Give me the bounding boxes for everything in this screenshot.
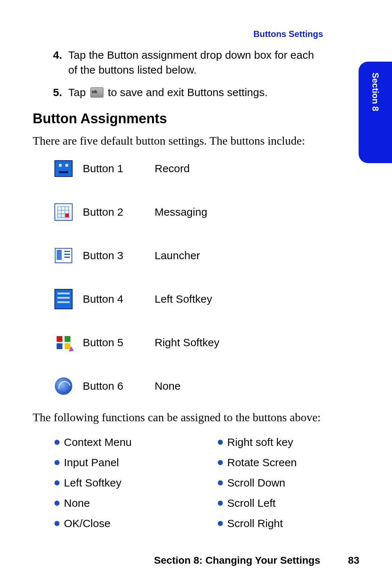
list-item: Rotate Screen (218, 456, 359, 469)
button-value: Record (155, 162, 190, 175)
list-item-label: Scroll Down (227, 477, 285, 489)
document-page: Buttons Settings Section 8 4. Tap the Bu… (0, 0, 392, 588)
section-side-tab: Section 8 (359, 62, 392, 163)
list-item-label: Left Softkey (64, 477, 121, 489)
step-text: Tap the Button assignment drop down box … (68, 48, 323, 77)
step-number: 4. (53, 48, 64, 77)
step-text: Tap to save and exit Buttons settings. (68, 85, 268, 100)
list-item: OK/Close (54, 517, 196, 530)
button-value: None (155, 380, 181, 392)
page-number: 83 (338, 555, 359, 566)
list-item: Scroll Right (218, 517, 359, 530)
calendar-icon (54, 203, 73, 221)
page-header-topic: Buttons Settings (33, 29, 359, 39)
button-value: Right Softkey (155, 336, 219, 349)
table-row: Button 4 Left Softkey (54, 290, 359, 308)
list-item-label: Context Menu (64, 436, 132, 448)
table-row: Button 6 None (54, 377, 359, 395)
list-item-label: Scroll Right (227, 517, 283, 530)
tiles-icon (54, 334, 73, 352)
button-name: Button 1 (83, 162, 144, 175)
section-side-tab-label: Section 8 (370, 73, 380, 111)
page-footer: Section 8: Changing Your Settings 83 (33, 555, 359, 566)
list-item-label: OK/Close (64, 517, 110, 530)
list-item: Input Panel (54, 456, 196, 469)
list-item: Right soft key (218, 436, 359, 448)
footer-section-title: Section 8: Changing Your Settings (154, 555, 320, 566)
button-name: Button 5 (83, 336, 144, 349)
bullet-icon (218, 460, 223, 465)
launcher-icon (54, 247, 73, 265)
bullet-icon (218, 440, 223, 445)
section-heading: Button Assignments (33, 111, 359, 127)
button-value: Messaging (155, 206, 207, 218)
step-text-before: Tap (68, 86, 89, 98)
list-item: Scroll Left (218, 497, 359, 509)
bullet-icon (54, 440, 60, 445)
ok-icon (90, 87, 103, 98)
button-value: Left Softkey (155, 293, 212, 305)
list-item: Scroll Down (218, 477, 359, 489)
step-item: 4. Tap the Button assignment drop down b… (53, 48, 323, 77)
button-assignment-table: Button 1 Record Button 2 Messaging Butto… (54, 160, 359, 395)
button-name: Button 6 (83, 380, 144, 392)
step-number: 5. (53, 85, 64, 100)
bullet-icon (54, 460, 60, 465)
bullet-icon (218, 480, 223, 485)
functions-column-left: Context Menu Input Panel Left Softkey No… (54, 436, 196, 538)
button-value: Launcher (155, 249, 200, 262)
list-item: None (54, 497, 196, 509)
list-item-label: Rotate Screen (227, 456, 297, 469)
table-row: Button 2 Messaging (54, 203, 359, 221)
table-row: Button 3 Launcher (54, 247, 359, 265)
step-item: 5. Tap to save and exit Buttons settings… (53, 85, 323, 100)
document-icon (54, 290, 73, 308)
bullet-icon (54, 480, 60, 485)
functions-column-right: Right soft key Rotate Screen Scroll Down… (218, 436, 359, 538)
table-row: Button 1 Record (54, 160, 359, 178)
button-name: Button 4 (83, 293, 144, 305)
record-icon (54, 160, 73, 178)
numbered-steps: 4. Tap the Button assignment drop down b… (33, 48, 323, 100)
swirl-icon (54, 377, 73, 395)
table-row: Button 5 Right Softkey (54, 334, 359, 352)
list-item-label: Right soft key (227, 436, 293, 448)
list-item: Left Softkey (54, 477, 196, 489)
button-name: Button 2 (83, 206, 144, 218)
bullet-icon (54, 521, 60, 526)
list-item: Context Menu (54, 436, 196, 448)
intro-paragraph: There are five default button settings. … (33, 133, 323, 149)
list-item-label: Input Panel (64, 456, 119, 469)
button-name: Button 3 (83, 249, 144, 262)
bullet-icon (218, 521, 223, 526)
list-item-label: None (64, 497, 90, 509)
bullet-icon (218, 501, 223, 506)
functions-intro-paragraph: The following functions can be assigned … (33, 410, 323, 425)
functions-list: Context Menu Input Panel Left Softkey No… (54, 436, 359, 538)
step-text-after: to save and exit Buttons settings. (108, 86, 268, 98)
bullet-icon (54, 501, 60, 506)
list-item-label: Scroll Left (227, 497, 275, 509)
